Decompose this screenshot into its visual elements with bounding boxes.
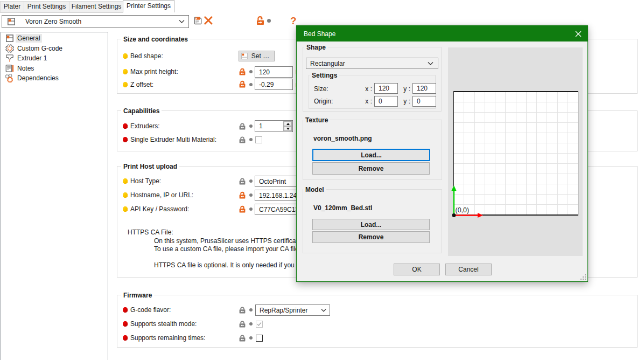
gcode-flavor-combobox[interactable]: RepRap/Sprinter: [255, 304, 330, 316]
locked-icon[interactable]: [239, 177, 246, 185]
origin-y-value: 0: [417, 98, 421, 105]
mode-dot: [267, 19, 271, 23]
settings-page-tree: General Custom G-code Extruder 1: [1, 32, 108, 360]
supports-stealth-mode-checkbox[interactable]: [256, 321, 263, 328]
value-dot: [249, 193, 253, 197]
bed-preview-canvas: (0,0): [448, 47, 583, 256]
unlock-icon[interactable]: [256, 16, 264, 25]
mode-bullet-expert: [123, 307, 128, 313]
size-x-value: 120: [379, 85, 389, 92]
value-dot: [249, 207, 253, 211]
model-load-button[interactable]: Load...: [312, 219, 430, 230]
model-remove-button[interactable]: Remove: [312, 231, 430, 243]
bed-shape-dialog: Bed Shape Shape Rectangular Settings Siz…: [296, 25, 588, 282]
origin-dot: [452, 213, 456, 217]
size-label: Size:: [314, 85, 328, 93]
mode-bullet-expert: [123, 321, 128, 327]
sidebar-item-label: Dependencies: [16, 74, 60, 82]
group-title: Settings: [310, 71, 339, 80]
dialog-title: Bed Shape: [304, 30, 335, 38]
printer-icon: [7, 17, 16, 26]
mode-bullet-expert: [123, 123, 128, 129]
sidebar-item-custom-gcode[interactable]: Custom G-code: [5, 44, 107, 53]
tab-print-settings-label: Print Settings: [27, 3, 66, 10]
locked-icon[interactable]: [239, 320, 246, 328]
texture-filename: voron_smooth.png: [313, 134, 372, 143]
origin-label: (0,0): [456, 206, 470, 214]
model-filename: V0_120mm_Bed.stl: [313, 204, 372, 212]
locked-icon[interactable]: [239, 334, 246, 342]
extruders-spinner[interactable]: 1: [255, 120, 293, 132]
group-model: Model V0_120mm_Bed.stl Load... Remove: [303, 189, 442, 253]
locked-icon[interactable]: [239, 306, 246, 314]
dropdown-chevron-icon: [321, 309, 326, 312]
tab-printer-settings-label: Printer Settings: [127, 2, 171, 10]
sidebar-item-general[interactable]: General: [5, 33, 107, 43]
x-label: x :: [363, 85, 372, 93]
unlocked-icon[interactable]: [239, 80, 246, 88]
mode-bullet-expert: [123, 335, 128, 341]
shape-combobox[interactable]: Rectangular: [306, 58, 438, 69]
option-label-extruders: Extruders:: [130, 122, 160, 130]
gears-icon: [5, 74, 14, 82]
preset-dropdown-chevron-icon[interactable]: [179, 20, 185, 24]
y-label: y :: [402, 97, 410, 106]
mode-bullet-advanced: [123, 69, 128, 74]
unlocked-icon[interactable]: [239, 205, 246, 213]
ok-button-label: OK: [394, 266, 439, 273]
option-label-z-offset: Z offset:: [130, 80, 153, 89]
help-icon[interactable]: ?: [290, 15, 298, 26]
spinner-up-button[interactable]: [284, 121, 292, 126]
cancel-button[interactable]: Cancel: [445, 264, 492, 275]
spinner-down-button[interactable]: [284, 126, 292, 131]
sidebar-item-label: Notes: [16, 64, 36, 73]
unlocked-icon[interactable]: [239, 68, 246, 75]
delete-preset-icon[interactable]: [204, 16, 213, 25]
bed-preview-panel: (0,0): [448, 47, 583, 256]
sidebar-item-extruder-1[interactable]: Extruder 1: [5, 53, 107, 63]
close-icon[interactable]: [575, 31, 582, 37]
remove-button-label: Remove: [313, 165, 429, 172]
tab-print-settings[interactable]: Print Settings: [24, 1, 69, 12]
value-dot: [249, 83, 253, 86]
printer-preset-combobox[interactable]: Voron Zero Smooth: [2, 15, 189, 28]
option-label-supports-remaining-times: Supports remaining times:: [130, 334, 205, 342]
single-extruder-multi-material-checkbox[interactable]: [255, 136, 262, 143]
locked-icon[interactable]: [239, 122, 246, 130]
origin-y-input[interactable]: 0: [412, 96, 436, 107]
tab-plater[interactable]: Plater: [0, 1, 24, 12]
prusaslicer-window: Plater Print Settings Filament Settings …: [0, 0, 644, 360]
mode-bullet-expert: [123, 137, 128, 142]
mode-bullet-advanced: [123, 178, 128, 184]
texture-load-button[interactable]: Load...: [312, 149, 430, 161]
size-y-input[interactable]: 120: [412, 83, 436, 94]
supports-remaining-times-checkbox[interactable]: [256, 335, 263, 342]
save-preset-icon[interactable]: [193, 16, 202, 25]
gear-dashed-icon: [5, 44, 14, 53]
z-offset-input[interactable]: -0.29: [255, 79, 293, 90]
sidebar-item-notes[interactable]: Notes: [5, 64, 107, 73]
option-label-hostname: Hostname, IP or URL:: [130, 191, 193, 199]
y-label: y :: [402, 85, 410, 93]
origin-x-input[interactable]: 0: [374, 96, 398, 107]
bed-shape-set-button[interactable]: Set …: [239, 51, 275, 61]
size-x-input[interactable]: 120: [374, 83, 398, 94]
value-dot: [249, 138, 253, 141]
ok-button[interactable]: OK: [394, 264, 440, 275]
bed-grid: [454, 92, 578, 215]
option-label-api-key: API Key / Password:: [130, 205, 189, 213]
resize-grip[interactable]: [580, 274, 586, 280]
value-dot: [249, 336, 253, 340]
option-label-gcode-flavor: G-code flavor:: [130, 306, 171, 314]
max-print-height-input[interactable]: 120: [255, 66, 293, 78]
texture-remove-button[interactable]: Remove: [312, 162, 430, 175]
tab-printer-settings[interactable]: Printer Settings: [123, 0, 174, 12]
locked-icon[interactable]: [239, 136, 246, 143]
group-shape-settings: Settings Size: x : 120 y : 120 Origin: x…: [309, 75, 436, 109]
unlocked-icon[interactable]: [239, 191, 246, 199]
sidebar-item-dependencies[interactable]: Dependencies: [5, 73, 107, 83]
tab-filament-settings[interactable]: Filament Settings: [69, 1, 124, 12]
sidebar-item-label: Custom G-code: [16, 44, 64, 53]
dialog-title-bar[interactable]: Bed Shape: [297, 26, 587, 41]
sidebar-item-label: Extruder 1: [16, 54, 48, 63]
